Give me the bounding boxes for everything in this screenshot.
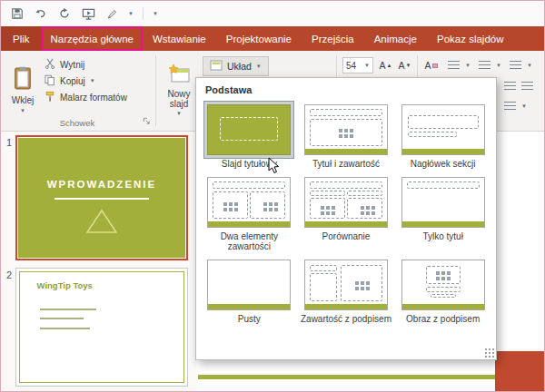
slides-panel: 1 WPROWADZENIE 2 WingTip Toys [1, 132, 196, 391]
copy-dropdown-icon: ▼ [90, 78, 95, 83]
clipboard-group-label: Schowek [1, 118, 154, 128]
bullets-button[interactable]: ▼ [448, 61, 471, 70]
layout-dropdown-icon: ▼ [256, 64, 262, 69]
layout-thumbnail [401, 177, 485, 228]
layout-option-label: Dwa elementy zawartości [203, 231, 296, 251]
slide-number: 1 [6, 137, 12, 148]
font-size-dropdown-icon: ▼ [364, 63, 370, 68]
copy-button[interactable]: Kopiuj ▼ [45, 74, 95, 88]
new-slide-label: Nowy slajd [159, 89, 199, 109]
layout-option-section-header[interactable]: Nagłówek sekcji [394, 100, 491, 172]
tab-slideshow[interactable]: Pokaz slajdów [427, 26, 514, 51]
dropdown-arrow-icon: ▼ [521, 103, 527, 109]
new-slide-icon [167, 64, 191, 87]
layout-option-picture-with-caption[interactable]: Obraz z podpisem [394, 255, 491, 328]
cut-button[interactable]: Wytnij [45, 57, 84, 72]
cut-label: Wytnij [60, 60, 84, 70]
numbering-button[interactable]: ▼ [479, 61, 501, 70]
format-painter-button[interactable]: Malarz formatów [45, 90, 127, 104]
font-size-value: 54 [346, 61, 356, 71]
new-slide-button[interactable]: Nowy slajd ▼ [159, 54, 199, 125]
layout-thumbnail [401, 260, 485, 310]
powerpoint-window: ▼ ▼ Plik Narzędzia główne Wstawianie Pro… [0, 0, 545, 392]
decrease-font-size-button[interactable]: A▼ [396, 57, 413, 74]
font-size-input[interactable]: 54 ▼ [342, 57, 373, 74]
customize-qat-icon[interactable]: ▼ [153, 11, 158, 16]
tab-label: Plik [13, 34, 30, 44]
format-painter-icon [45, 91, 55, 104]
slide-number: 2 [6, 270, 12, 280]
quick-access-toolbar: ▼ ▼ [1, 1, 544, 26]
tab-transitions[interactable]: Przejścia [302, 26, 364, 51]
align-buttons-row[interactable] [504, 82, 533, 91]
numbering-icon [479, 61, 490, 70]
tab-design[interactable]: Projektowanie [216, 26, 302, 51]
slide-bottom-band [198, 375, 498, 379]
bullet-line [40, 328, 90, 329]
scissors-icon [45, 58, 55, 71]
layout-gallery-header: Podstawa [196, 78, 496, 100]
layout-option-label: Tylko tytuł [396, 231, 490, 241]
tab-label: Narzędzia główne [51, 34, 134, 44]
increase-font-size-button[interactable]: A▲ [377, 57, 394, 74]
layout-thumbnail [401, 104, 485, 155]
line-spacing-button[interactable]: ▼ [504, 102, 527, 111]
undo-icon[interactable] [34, 6, 48, 21]
indent-icon [510, 61, 521, 70]
slide-corner-shape [495, 351, 544, 391]
mouse-cursor-icon [268, 157, 280, 174]
layout-option-two-content[interactable]: Dwa elementy zawartości [201, 172, 298, 255]
layout-option-label: Obraz z podpisem [396, 314, 490, 324]
tab-label: Projektowanie [226, 34, 292, 44]
layout-option-blank[interactable]: Pusty [201, 255, 298, 328]
layout-option-title-only[interactable]: Tylko tytuł [394, 172, 491, 255]
layout-gallery-menu: Podstawa Slajd tytułowy Tytuł i zawartoś… [195, 77, 497, 360]
layout-option-label: Tytuł i zawartość [300, 159, 393, 169]
layout-option-title-and-content[interactable]: Tytuł i zawartość [298, 100, 395, 172]
layout-option-content-with-caption[interactable]: Zawartość z podpisem [298, 255, 395, 328]
slide-thumbnail-2[interactable]: WingTip Toys [15, 268, 188, 387]
tab-animations[interactable]: Animacje [364, 26, 427, 51]
clipboard-dialog-launcher-icon[interactable] [143, 117, 151, 127]
layout-option-label: Porównanie [300, 231, 393, 241]
bullets-icon [448, 61, 460, 70]
title-underline [54, 198, 149, 200]
new-slide-dropdown-icon: ▼ [176, 111, 182, 116]
touch-mode-dropdown-icon[interactable]: ▼ [128, 11, 134, 16]
resize-grip[interactable] [484, 348, 494, 358]
slide-thumbnail-1[interactable]: WPROWADZENIE [15, 135, 188, 260]
touch-mode-icon[interactable] [104, 6, 119, 21]
slide-title: WPROWADZENIE [17, 179, 186, 190]
start-slideshow-icon[interactable] [81, 6, 95, 21]
format-painter-label: Malarz formatów [60, 93, 127, 103]
dropdown-arrow-icon: ▼ [527, 63, 532, 68]
layout-option-label: Slajd tytułowy [203, 159, 296, 169]
indent-button[interactable]: ▼ [510, 61, 532, 70]
qat-separator [143, 7, 144, 20]
layout-label: Układ [227, 61, 252, 72]
clear-formatting-button[interactable]: A [422, 57, 440, 74]
triangle-shape [84, 208, 119, 235]
layout-button[interactable]: Układ ▼ [203, 56, 269, 76]
layout-option-comparison[interactable]: Porównanie [298, 172, 395, 255]
layout-option-label: Pusty [203, 314, 296, 324]
paste-label: Wklej [12, 95, 34, 105]
bullet-line [40, 318, 84, 319]
layout-option-title-slide[interactable]: Slajd tytułowy [201, 100, 298, 172]
paste-dropdown-icon: ▼ [20, 108, 25, 113]
bullet-line [40, 309, 96, 310]
save-icon[interactable] [10, 6, 25, 21]
layout-option-label: Nagłówek sekcji [396, 159, 490, 169]
layout-thumbnail [207, 104, 291, 155]
paste-button[interactable]: Wklej ▼ [5, 54, 41, 125]
tab-label: Przejścia [312, 34, 354, 44]
tab-insert[interactable]: Wstawianie [143, 26, 216, 51]
clipboard-icon [13, 66, 33, 93]
ribbon-tab-bar: Plik Narzędzia główne Wstawianie Projekt… [1, 26, 544, 51]
tab-file[interactable]: Plik [1, 26, 42, 51]
layout-thumbnail [304, 177, 388, 228]
redo-icon[interactable] [57, 6, 72, 21]
dropdown-arrow-icon: ▼ [496, 63, 501, 68]
tab-home[interactable]: Narzędzia główne [42, 26, 143, 51]
layout-thumbnail [304, 260, 388, 310]
